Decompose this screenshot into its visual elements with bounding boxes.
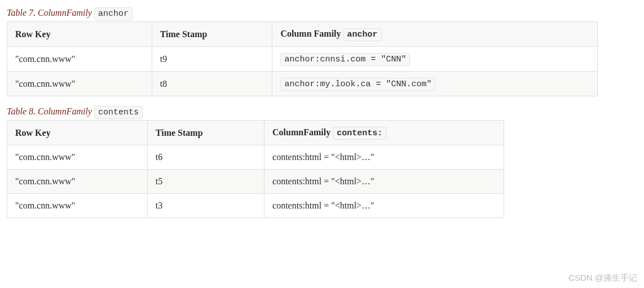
cf-code: anchor:my.look.ca = "CNN.com" [280,78,435,91]
table7-caption-code: anchor [94,7,133,20]
cell-timestamp: t5 [147,170,264,194]
cell-columnfamily: contents:html = "<html>…" [264,194,504,218]
cell-columnfamily: anchor:cnnsi.com = "CNN" [272,47,598,72]
table8-caption: Table 8. ColumnFamily contents [7,107,637,117]
table7-header-row: Row Key Time Stamp Column Family anchor [7,22,598,47]
cell-rowkey: "com.cnn.www" [7,194,148,218]
table-row: "com.cnn.www" t8 anchor:my.look.ca = "CN… [7,72,598,96]
cf-code: anchor:cnnsi.com = "CNN" [280,53,410,66]
cell-timestamp: t9 [152,47,272,72]
table-row: "com.cnn.www" t5 contents:html = "<html>… [7,170,504,194]
cell-timestamp: t8 [152,72,272,96]
table8-header-timestamp: Time Stamp [147,121,264,145]
cell-columnfamily: anchor:my.look.ca = "CNN.com" [272,72,598,96]
table7-header-cf-code: anchor [343,28,382,41]
table8-caption-code: contents [94,106,143,119]
table7-header-columnfamily: Column Family anchor [272,22,598,47]
table7-caption-prefix: Table 7. ColumnFamily [7,8,94,17]
cell-columnfamily: contents:html = "<html>…" [264,170,504,194]
table-row: "com.cnn.www" t3 contents:html = "<html>… [7,194,504,218]
table8-caption-prefix: Table 8. ColumnFamily [7,107,94,116]
table7-header-timestamp: Time Stamp [152,22,272,47]
table-row: "com.cnn.www" t9 anchor:cnnsi.com = "CNN… [7,47,598,72]
cell-timestamp: t3 [147,194,264,218]
cell-rowkey: "com.cnn.www" [7,72,152,96]
table8-header-row: Row Key Time Stamp ColumnFamily contents… [7,121,504,145]
table7-header-rowkey: Row Key [7,22,152,47]
table-row: "com.cnn.www" t6 contents:html = "<html>… [7,145,504,170]
table7-header-cf-prefix: Column Family [280,29,343,38]
table7: Row Key Time Stamp Column Family anchor … [7,21,598,96]
cell-rowkey: "com.cnn.www" [7,145,148,170]
table8-header-cf-code: contents: [333,127,386,140]
table7-caption: Table 7. ColumnFamily anchor [7,8,637,19]
cell-columnfamily: contents:html = "<html>…" [264,145,504,170]
cell-rowkey: "com.cnn.www" [7,170,148,194]
table8-header-columnfamily: ColumnFamily contents: [264,121,504,145]
table8-header-cf-prefix: ColumnFamily [272,127,333,137]
cell-rowkey: "com.cnn.www" [7,47,152,72]
table8: Row Key Time Stamp ColumnFamily contents… [7,120,504,218]
table8-header-rowkey: Row Key [7,121,148,145]
cell-timestamp: t6 [147,145,264,170]
